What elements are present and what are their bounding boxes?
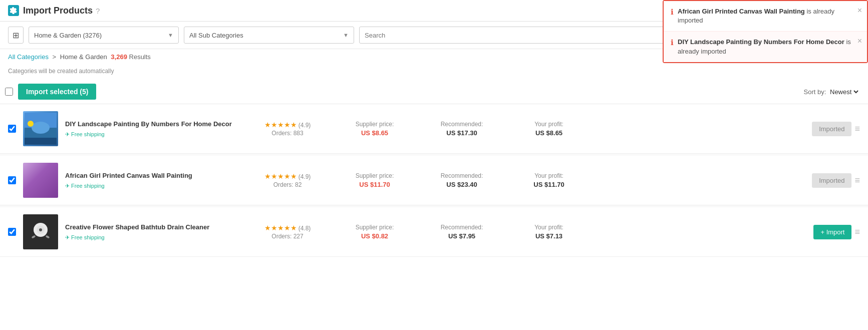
product-list: DIY Landscape Painting By Numbers For Ho… bbox=[0, 104, 868, 257]
category-select[interactable]: Home & Garden (3276) ▼ bbox=[29, 27, 179, 44]
recommended-label-3: Recommended: bbox=[422, 224, 502, 231]
category-label: Home & Garden (3276) bbox=[34, 32, 165, 39]
notification-bold-2: DIY Landscape Painting By Numbers For Ho… bbox=[678, 38, 844, 46]
help-icon[interactable]: ? bbox=[96, 7, 100, 15]
breadcrumb-current: Home & Garden bbox=[60, 53, 107, 61]
select-all-checkbox[interactable] bbox=[5, 88, 13, 96]
import-button-3[interactable]: Import bbox=[813, 225, 851, 239]
info-icon-2: ℹ bbox=[671, 38, 674, 47]
supplier-price-col-1: Supplier price: US $8.65 bbox=[335, 121, 415, 137]
product-checkbox-1[interactable] bbox=[8, 125, 16, 133]
page-title: Import Products bbox=[23, 6, 93, 16]
rating-score-2: (4.9) bbox=[299, 173, 311, 180]
svg-point-4 bbox=[28, 121, 34, 127]
orders-1: Orders: 883 bbox=[247, 130, 328, 137]
product-checkbox-2[interactable] bbox=[8, 176, 16, 184]
action-col-2: Imported ≡ bbox=[800, 173, 860, 188]
recommended-value-1: US $17.30 bbox=[422, 129, 502, 137]
product-image-2 bbox=[23, 163, 58, 198]
profit-col-2: Your profit: US $11.70 bbox=[509, 172, 589, 188]
imported-button-2: Imported bbox=[812, 173, 851, 188]
supplier-price-value-3: US $0.82 bbox=[335, 232, 415, 240]
subcategory-select[interactable]: All Sub Categories ▼ bbox=[184, 27, 354, 44]
recommended-col-2: Recommended: US $23.40 bbox=[422, 172, 502, 188]
supplier-price-label-3: Supplier price: bbox=[335, 224, 415, 231]
supplier-price-label-2: Supplier price: bbox=[335, 172, 415, 179]
table-row: African Girl Printed Canvas Wall Paintin… bbox=[0, 156, 868, 205]
info-icon-1: ℹ bbox=[671, 8, 674, 17]
product-info-3: Creative Flower Shaped Bathtub Drain Cle… bbox=[65, 223, 240, 240]
svg-rect-3 bbox=[25, 138, 57, 145]
recommended-label-1: Recommended: bbox=[422, 121, 502, 128]
stars-1: ★★★★★ bbox=[264, 121, 297, 129]
product-checkbox-3[interactable] bbox=[8, 228, 16, 236]
sort-select[interactable]: Newest bbox=[828, 88, 860, 96]
profit-label-1: Your profit: bbox=[509, 121, 589, 128]
product-rating-1: ★★★★★(4.9) Orders: 883 bbox=[247, 121, 328, 137]
notification-item-2: ℹ DIY Landscape Painting By Numbers For … bbox=[664, 32, 867, 62]
close-button-1[interactable]: × bbox=[857, 6, 862, 15]
menu-icon-1[interactable]: ≡ bbox=[854, 124, 860, 134]
gear-icon bbox=[8, 5, 19, 16]
product-rating-3: ★★★★★(4.8) Orders: 227 bbox=[247, 224, 328, 240]
sort-control: Sort by: Newest bbox=[804, 88, 860, 96]
profit-col-3: Your profit: US $7.13 bbox=[509, 224, 589, 240]
recommended-label-2: Recommended: bbox=[422, 172, 502, 179]
close-button-2[interactable]: × bbox=[857, 37, 862, 46]
product-name-2: African Girl Printed Canvas Wall Paintin… bbox=[65, 171, 240, 180]
notification-bold-1: African Girl Printed Canvas Wall Paintin… bbox=[678, 8, 805, 15]
product-image-1 bbox=[23, 111, 58, 146]
svg-point-2 bbox=[32, 122, 50, 134]
menu-icon-3[interactable]: ≡ bbox=[854, 227, 860, 237]
recommended-value-3: US $7.95 bbox=[422, 232, 502, 240]
category-arrow-icon: ▼ bbox=[168, 32, 173, 38]
page-wrapper: Import Products ? ⊞ Home & Garden (3276)… bbox=[0, 0, 868, 330]
sort-label: Sort by: bbox=[804, 88, 826, 96]
notification-popup: ℹ African Girl Printed Canvas Wall Paint… bbox=[663, 0, 868, 63]
product-rating-2: ★★★★★(4.9) Orders: 82 bbox=[247, 172, 328, 188]
orders-2: Orders: 82 bbox=[247, 181, 328, 188]
breadcrumb-separator: > bbox=[53, 53, 57, 61]
action-col-1: Imported ≡ bbox=[800, 122, 860, 136]
recommended-col-1: Recommended: US $17.30 bbox=[422, 121, 502, 137]
toolbar-left: Import selected (5) bbox=[5, 84, 96, 100]
product-name-3: Creative Flower Shaped Bathtub Drain Cle… bbox=[65, 223, 240, 232]
product-image-3 bbox=[23, 214, 58, 249]
notification-text-1: African Girl Printed Canvas Wall Paintin… bbox=[678, 7, 860, 25]
rating-score-3: (4.8) bbox=[299, 225, 311, 232]
supplier-price-col-2: Supplier price: US $11.70 bbox=[335, 172, 415, 188]
subcategory-label: All Sub Categories bbox=[189, 32, 340, 39]
supplier-price-value-1: US $8.65 bbox=[335, 129, 415, 137]
imported-button-1: Imported bbox=[812, 122, 851, 136]
table-row: DIY Landscape Painting By Numbers For Ho… bbox=[0, 104, 868, 154]
supplier-price-col-3: Supplier price: US $0.82 bbox=[335, 224, 415, 240]
notification-item-1: ℹ African Girl Printed Canvas Wall Paint… bbox=[664, 1, 867, 32]
recommended-col-3: Recommended: US $7.95 bbox=[422, 224, 502, 240]
auto-categories-notice: Categories will be created automatically bbox=[0, 65, 868, 80]
profit-label-3: Your profit: bbox=[509, 224, 589, 231]
free-shipping-1: Free shipping bbox=[65, 131, 240, 138]
subcategory-arrow-icon: ▼ bbox=[343, 32, 349, 38]
free-shipping-2: Free shipping bbox=[65, 183, 240, 189]
free-shipping-3: Free shipping bbox=[65, 234, 240, 241]
supplier-price-label-1: Supplier price: bbox=[335, 121, 415, 128]
orders-3: Orders: 227 bbox=[247, 233, 328, 240]
import-selected-button[interactable]: Import selected (5) bbox=[18, 84, 96, 100]
results-count: 3,269 bbox=[111, 53, 127, 61]
svg-point-8 bbox=[39, 228, 42, 231]
table-row: Creative Flower Shaped Bathtub Drain Cle… bbox=[0, 207, 868, 257]
supplier-price-value-2: US $11.70 bbox=[335, 181, 415, 188]
export-icon[interactable]: ⊞ bbox=[8, 27, 24, 44]
all-categories-link[interactable]: All Categories bbox=[8, 53, 49, 61]
profit-label-2: Your profit: bbox=[509, 172, 589, 179]
stars-3: ★★★★★ bbox=[264, 224, 297, 232]
stars-2: ★★★★★ bbox=[264, 172, 297, 180]
results-label: Results bbox=[129, 53, 151, 61]
product-name-1: DIY Landscape Painting By Numbers For Ho… bbox=[65, 120, 240, 129]
rating-score-1: (4.9) bbox=[299, 122, 311, 129]
notification-text-2: DIY Landscape Painting By Numbers For Ho… bbox=[678, 38, 860, 56]
profit-value-2: US $11.70 bbox=[509, 181, 589, 188]
product-info-2: African Girl Printed Canvas Wall Paintin… bbox=[65, 171, 240, 189]
profit-value-3: US $7.13 bbox=[509, 232, 589, 240]
menu-icon-2[interactable]: ≡ bbox=[854, 175, 860, 186]
